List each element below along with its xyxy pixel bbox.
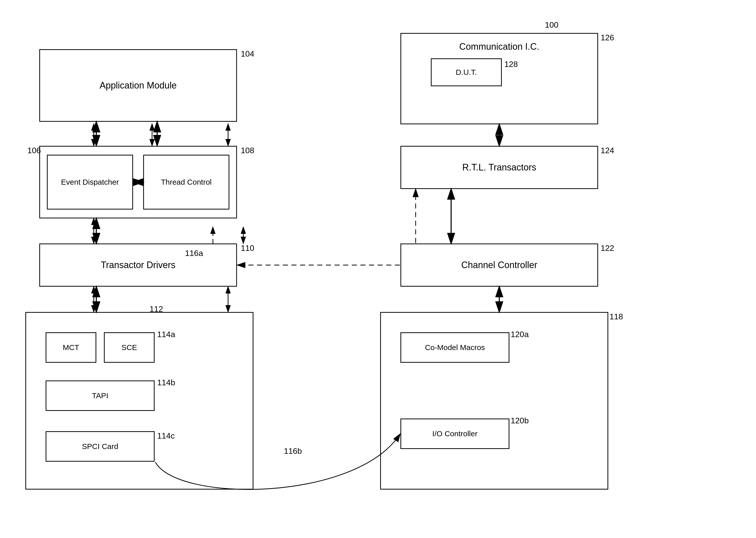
ref-106: 106: [27, 146, 41, 155]
transactor-drivers-label: Transactor Drivers: [101, 260, 176, 270]
ref-114a: 114a: [157, 330, 175, 339]
ref-122: 122: [601, 243, 614, 253]
ref-128: 128: [504, 60, 518, 69]
mct-box: MCT: [46, 332, 96, 363]
dut-label: D.U.T.: [456, 68, 477, 77]
io-controller-box: I/O Controller: [401, 418, 509, 449]
ref-118: 118: [609, 312, 623, 321]
rtl-transactors-label: R.T.L. Transactors: [462, 162, 536, 173]
application-module-box: Application Module: [39, 49, 237, 122]
ref-100: 100: [545, 20, 558, 30]
tapi-box: TAPI: [46, 381, 155, 411]
dut-box: D.U.T.: [431, 58, 502, 86]
ref-110: 110: [241, 243, 254, 253]
sce-box: SCE: [104, 332, 155, 363]
io-controller-label: I/O Controller: [432, 429, 478, 438]
ref-104: 104: [241, 49, 254, 59]
ref-108: 108: [241, 146, 254, 155]
co-model-macros-box: Co-Model Macros: [401, 332, 509, 363]
ref-114c: 114c: [157, 431, 175, 441]
ref-120a: 120a: [511, 330, 529, 339]
channel-controller-label: Channel Controller: [461, 260, 537, 270]
application-module-label: Application Module: [100, 80, 177, 91]
transactor-drivers-box: Transactor Drivers: [39, 243, 237, 287]
mct-label: MCT: [63, 343, 79, 352]
event-dispatcher-box: Event Dispatcher: [47, 155, 133, 209]
ref-114b: 114b: [157, 378, 175, 387]
rtl-transactors-box: R.T.L. Transactors: [401, 146, 598, 189]
spci-card-label: SPCI Card: [82, 442, 118, 451]
thread-control-box: Thread Control: [143, 155, 229, 209]
ref-112: 112: [150, 304, 163, 314]
sce-label: SCE: [121, 343, 137, 352]
event-dispatcher-label: Event Dispatcher: [61, 178, 119, 187]
ref-120b: 120b: [511, 416, 529, 425]
tapi-label: TAPI: [92, 391, 108, 400]
ref-116a: 116a: [185, 248, 203, 258]
communication-ic-label: Communication I.C.: [401, 41, 597, 52]
ref-124: 124: [601, 146, 614, 155]
co-model-macros-label: Co-Model Macros: [425, 343, 485, 352]
ref-116b: 116b: [284, 447, 302, 456]
channel-controller-box: Channel Controller: [401, 243, 598, 287]
thread-control-label: Thread Control: [161, 178, 212, 187]
diagram: Application Module 104 106 108 Event Dis…: [0, 0, 756, 538]
spci-card-box: SPCI Card: [46, 431, 155, 462]
ref-126: 126: [601, 33, 614, 42]
